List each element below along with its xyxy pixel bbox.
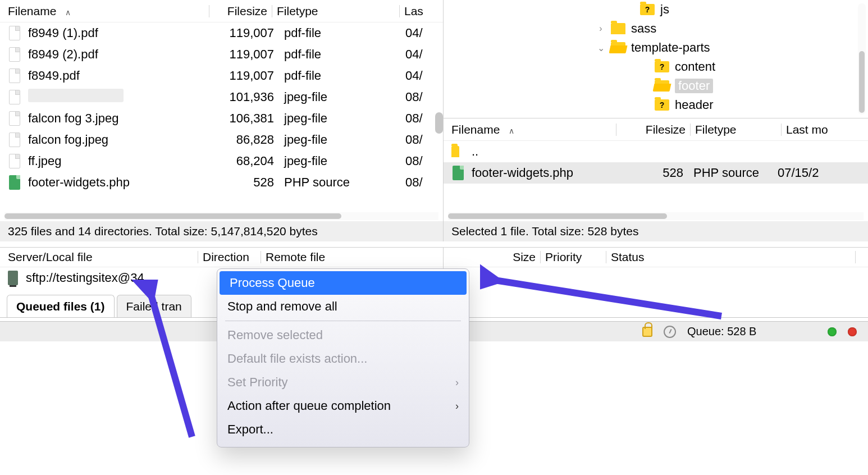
local-file-row[interactable]: f8949 (2).pdf119,007pdf-file04/	[0, 44, 443, 65]
file-size: 101,936	[211, 90, 274, 104]
tree-item[interactable]: ?content	[454, 57, 862, 76]
file-icon	[8, 153, 21, 169]
remote-col-filename[interactable]: Filename ∧	[451, 123, 611, 136]
remote-status: Selected 1 file. Total size: 528 bytes	[444, 221, 868, 241]
annotation-arrow-right	[480, 263, 727, 325]
local-status: 325 files and 14 directories. Total size…	[0, 221, 443, 241]
local-file-row[interactable]: ff.jpeg68,204jpeg-file08/	[0, 150, 443, 172]
queue-col-priority[interactable]: Priority	[545, 250, 601, 264]
folder-unknown-icon: ?	[655, 61, 669, 72]
column-divider[interactable]	[606, 251, 606, 263]
expand-open-icon[interactable]: ⌄	[595, 43, 606, 53]
file-name: falcon fog.jpeg	[28, 133, 211, 147]
ctx-process-queue[interactable]: Process Queue	[220, 271, 467, 295]
local-col-lastmod[interactable]: Las	[404, 4, 438, 18]
local-col-filetype[interactable]: Filetype	[277, 4, 395, 18]
file-size: 528	[619, 166, 683, 180]
local-col-filename[interactable]: Filename ∧	[8, 4, 204, 18]
tree-item[interactable]: ?header	[454, 95, 862, 115]
local-file-row[interactable]: f8949 (1).pdf119,007pdf-file04/	[0, 22, 443, 44]
file-icon	[8, 89, 21, 105]
local-file-row[interactable]: footer-widgets.php528PHP source08/	[0, 172, 443, 193]
queue-col-status[interactable]: Status	[611, 250, 851, 264]
ctx-label: Remove selected	[227, 328, 323, 342]
file-date: 08/	[405, 154, 423, 168]
queue-col-remotefile[interactable]: Remote file	[266, 250, 435, 264]
column-divider[interactable]	[209, 5, 209, 17]
local-panel: Filename ∧ Filesize Filetype Las f8949 (…	[0, 0, 444, 241]
remote-file-row[interactable]: footer-widgets.php528PHP source07/15/2	[444, 162, 868, 184]
tree-item-label: content	[675, 60, 715, 74]
folder-open-icon	[655, 80, 669, 92]
file-name: f8949.pdf	[28, 68, 211, 83]
expand-closed-icon[interactable]: ›	[595, 24, 606, 34]
remote-col-lastmod[interactable]: Last mo	[786, 123, 864, 136]
local-horizontal-scrollbar[interactable]	[4, 212, 438, 220]
remote-col-filetype[interactable]: Filetype	[695, 123, 776, 136]
updir-label: ..	[472, 144, 478, 159]
local-vertical-scrollbar[interactable]	[435, 112, 443, 134]
local-file-row[interactable]: falcon fog 3.jpeg106,381jpeg-file08/	[0, 108, 443, 129]
ctx-stop-remove-all[interactable]: Stop and remove all	[217, 295, 469, 318]
ctx-label: Default file exists action...	[227, 351, 367, 366]
file-size: 86,828	[211, 133, 274, 147]
file-icon	[8, 47, 21, 62]
column-divider[interactable]	[198, 251, 198, 263]
submenu-arrow-icon: ›	[455, 400, 459, 412]
remote-directory-tree[interactable]: ?js›sass⌄template-parts?contentfooter?he…	[444, 0, 868, 118]
ctx-default-file-exists: Default file exists action...	[217, 347, 469, 371]
queue-col-serverlocal[interactable]: Server/Local file	[8, 250, 193, 264]
queue-col-size[interactable]: Size	[451, 250, 536, 264]
local-file-row[interactable]: f8949.pdf119,007pdf-file04/	[0, 65, 443, 86]
remote-column-headers: Filename ∧ Filesize Filetype Last mo	[444, 118, 868, 141]
remote-col-filesize[interactable]: Filesize	[621, 123, 686, 136]
tree-item[interactable]: ›sass	[454, 19, 862, 38]
local-file-row[interactable]: 101,936jpeg-file08/	[0, 86, 443, 108]
file-icon	[8, 111, 21, 126]
column-divider[interactable]	[272, 5, 272, 17]
remote-up-directory[interactable]: ..	[444, 141, 868, 162]
php-file-icon	[8, 175, 21, 190]
local-col-filesize[interactable]: Filesize	[214, 4, 267, 18]
tree-item-label: footer	[675, 79, 713, 93]
tab-queued-files[interactable]: Queued files (1)	[7, 295, 115, 317]
ctx-label: Action after queue completion	[227, 399, 391, 413]
speed-gauge-icon[interactable]	[664, 326, 676, 338]
file-size: 119,007	[211, 68, 274, 83]
queue-col-direction[interactable]: Direction	[203, 250, 256, 264]
queue-size-label: Queue: 528 B	[687, 325, 816, 338]
ctx-remove-selected: Remove selected	[217, 323, 469, 347]
local-file-row[interactable]: falcon fog.jpeg86,828jpeg-file08/	[0, 129, 443, 150]
column-divider[interactable]	[781, 124, 782, 136]
file-date: 07/15/2	[778, 166, 819, 180]
tree-item[interactable]: footer	[454, 76, 862, 95]
remote-horizontal-scrollbar[interactable]	[448, 212, 864, 220]
file-name: f8949 (2).pdf	[28, 47, 211, 62]
tree-item-label: template-parts	[631, 40, 710, 55]
remote-panel: ?js›sass⌄template-parts?contentfooter?he…	[444, 0, 868, 241]
column-divider[interactable]	[261, 251, 261, 263]
column-divider[interactable]	[399, 5, 400, 17]
column-divider[interactable]	[690, 124, 691, 136]
file-name	[28, 89, 211, 106]
file-date: 04/	[405, 68, 423, 83]
ctx-action-after-completion[interactable]: Action after queue completion ›	[217, 394, 469, 418]
file-date: 08/	[405, 90, 423, 104]
ctx-export[interactable]: Export...	[217, 418, 469, 441]
file-name: footer-widgets.php	[28, 175, 211, 190]
tree-item-label: js	[660, 2, 669, 17]
column-divider[interactable]	[855, 251, 856, 263]
column-divider[interactable]	[616, 124, 616, 136]
file-name: falcon fog 3.jpeg	[28, 111, 211, 126]
php-file-icon	[451, 165, 465, 181]
column-divider[interactable]	[540, 251, 541, 263]
tree-item[interactable]: ?js	[454, 0, 862, 19]
tree-item[interactable]: ⌄template-parts	[454, 38, 862, 57]
file-date: 04/	[405, 47, 423, 62]
file-date: 08/	[405, 175, 423, 190]
file-icon	[8, 25, 21, 41]
remote-tree-scrollbar[interactable]	[858, 3, 866, 115]
file-size: 106,381	[211, 111, 274, 126]
lock-icon[interactable]	[642, 327, 652, 337]
file-name: footer-widgets.php	[472, 166, 619, 180]
